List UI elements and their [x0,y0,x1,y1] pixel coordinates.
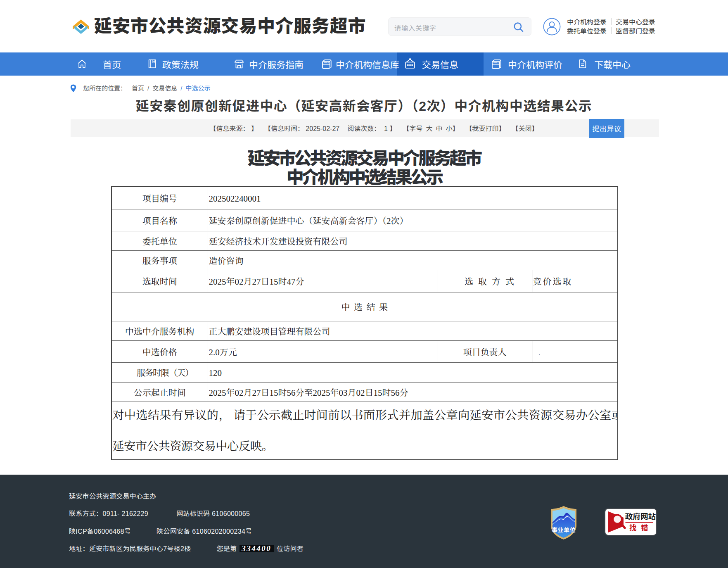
svg-text:事业单位: 事业单位 [552,525,576,534]
svg-text:找错: 找错 [629,522,652,532]
svg-text:政府网站: 政府网站 [625,511,656,521]
